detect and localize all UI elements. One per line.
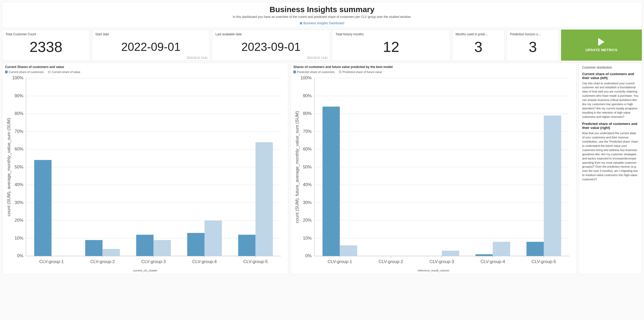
dashboard-link[interactable]: Business Insights Dashboard [303, 21, 344, 25]
dashboard-icon: ▦ [300, 21, 302, 25]
svg-rect-31 [102, 249, 120, 256]
legend-swatch-icon [5, 71, 8, 73]
svg-text:CLV-group-2: CLV-group-2 [90, 259, 115, 264]
metrics-row: Total Customer Count 2338 Start date 202… [2, 30, 642, 61]
x-axis-label: inference_result_column [293, 268, 574, 272]
metric-prediction-horizon: Prediction horizon o… 3 [507, 30, 559, 61]
svg-text:90%: 90% [15, 93, 23, 98]
metric-value: 3 [510, 36, 556, 58]
svg-rect-33 [205, 220, 222, 256]
svg-text:70%: 70% [303, 129, 312, 134]
update-metrics-button[interactable]: UPDATE METRICS [561, 30, 642, 61]
metric-title: Total history months [335, 32, 447, 36]
svg-rect-78 [493, 242, 510, 256]
charts-row: Current Shares of customers and value Cu… [2, 63, 642, 274]
side-para-predicted: Now that you understand the current stat… [582, 131, 638, 182]
svg-rect-32 [153, 240, 171, 256]
svg-rect-75 [340, 245, 357, 256]
svg-text:60%: 60% [303, 147, 312, 152]
svg-rect-79 [544, 115, 561, 256]
chart-current-shares: Current Shares of customers and value Cu… [2, 63, 288, 274]
svg-rect-74 [527, 242, 544, 256]
metric-title: Total Customer Count [6, 32, 86, 36]
chart-legend: Current share of customers Current share… [5, 70, 285, 74]
svg-rect-27 [136, 235, 153, 256]
metric-value: 2023-09-01 [215, 36, 326, 58]
metric-value: 12 [335, 36, 447, 58]
svg-rect-25 [34, 160, 52, 256]
svg-rect-28 [187, 233, 205, 256]
chart-predicted-shares: Shares of customers and future value pre… [290, 63, 577, 274]
svg-text:80%: 80% [303, 111, 312, 116]
svg-text:CLV-group-3: CLV-group-3 [430, 259, 454, 264]
svg-text:20%: 20% [303, 218, 312, 223]
svg-text:60%: 60% [15, 147, 23, 152]
panel-title: Customer distribution [582, 66, 638, 69]
legend-label: Current share of customers [9, 70, 44, 74]
svg-text:CLV-group-5: CLV-group-5 [532, 259, 556, 264]
svg-text:CLV-group-3: CLV-group-3 [141, 259, 166, 264]
svg-text:30%: 30% [303, 200, 312, 205]
legend-label: Predicted share of future value [343, 70, 382, 74]
chart-legend: Predicted share of customers Predicted s… [293, 70, 574, 74]
metric-timestamp: 2024-08-01 13:41 [307, 56, 328, 59]
svg-text:count (SUM), average_monthly_v: count (SUM), average_monthly_value_sum (… [6, 118, 11, 216]
metric-title: Months used in predi… [456, 32, 501, 36]
metric-months-used-prediction: Months used in predi… 3 [452, 30, 505, 61]
svg-text:90%: 90% [303, 93, 312, 98]
play-icon [598, 38, 605, 46]
svg-text:10%: 10% [303, 235, 312, 240]
x-axis-label: current_clv_cluster [5, 268, 285, 272]
svg-text:20%: 20% [15, 218, 23, 223]
svg-text:100%: 100% [12, 75, 23, 80]
svg-rect-29 [238, 235, 256, 256]
legend-label: Current share of value [52, 70, 80, 74]
metric-start-date: Start date 2022-09-01 2024-08-01 13:41 [92, 30, 210, 61]
svg-text:40%: 40% [303, 182, 312, 187]
side-heading-current: Current share of customers and their val… [582, 72, 638, 80]
chart-title: Current Shares of customers and value [5, 65, 285, 69]
svg-text:80%: 80% [15, 111, 23, 116]
svg-text:CLV-group-4: CLV-group-4 [480, 259, 505, 264]
svg-text:CLV-group-4: CLV-group-4 [192, 259, 217, 264]
metric-total-customer-count: Total Customer Count 2338 [2, 30, 90, 61]
svg-text:100%: 100% [300, 75, 312, 80]
metric-title: Prediction horizon o… [510, 32, 556, 36]
customer-distribution-panel: Customer distribution Current share of c… [579, 63, 642, 274]
metric-value: 3 [456, 36, 501, 58]
svg-text:40%: 40% [15, 182, 23, 187]
metric-last-available-date: Last available date 2023-09-01 2024-08-0… [212, 30, 330, 61]
svg-text:30%: 30% [15, 200, 23, 205]
metric-total-history-months: Total history months 12 [332, 30, 450, 61]
metric-timestamp: 2024-08-01 13:41 [187, 56, 207, 59]
legend-swatch-icon [48, 71, 51, 73]
side-para-current: Use this chart to understand your curren… [582, 81, 638, 119]
svg-rect-26 [85, 240, 103, 256]
side-heading-predicted: Predicted share of customers and their v… [582, 122, 638, 130]
metric-title: Start date [95, 32, 206, 36]
svg-text:0%: 0% [305, 253, 312, 258]
svg-rect-77 [442, 251, 459, 256]
update-metrics-label: UPDATE METRICS [586, 48, 618, 52]
svg-text:CLV-group-2: CLV-group-2 [379, 259, 403, 264]
legend-swatch-icon [293, 71, 296, 73]
chart-plot-area: 0%10%20%30%40%50%60%70%80%90%100%count (… [5, 75, 285, 268]
svg-rect-34 [256, 142, 273, 256]
svg-text:CLV-group-1: CLV-group-1 [39, 259, 64, 264]
chart-title: Shares of customers and future value pre… [293, 65, 574, 69]
legend-label: Predicted share of customers [297, 70, 335, 74]
legend-swatch-icon [339, 71, 341, 73]
dashboard-header: Business Insights summary In this dashbo… [2, 2, 642, 27]
svg-text:0%: 0% [17, 253, 23, 258]
page-subtitle: In this dashboard you have an overview o… [2, 15, 642, 19]
svg-rect-70 [323, 106, 340, 256]
svg-text:50%: 50% [15, 164, 23, 169]
metric-title: Last available date [215, 32, 326, 36]
chart-plot-area: 0%10%20%30%40%50%60%70%80%90%100%count (… [293, 75, 574, 268]
svg-text:count (SUM), future_average_mo: count (SUM), future_average_monthly_valu… [295, 111, 300, 223]
svg-text:CLV-group-5: CLV-group-5 [243, 259, 268, 264]
metric-value: 2022-09-01 [95, 36, 206, 58]
svg-text:CLV-group-1: CLV-group-1 [328, 259, 352, 264]
metric-value: 2338 [6, 36, 86, 58]
svg-text:50%: 50% [303, 164, 312, 169]
